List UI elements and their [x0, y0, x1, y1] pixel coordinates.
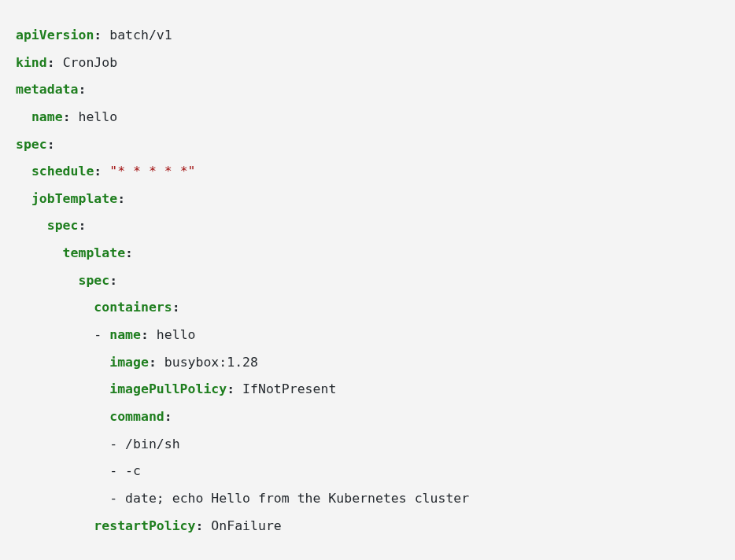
key-spec-inner: spec: [47, 218, 79, 233]
key-container-name: name: [109, 327, 141, 342]
key-restartPolicy: restartPolicy: [94, 518, 195, 533]
key-kind: kind: [16, 55, 47, 70]
value-name: hello: [79, 109, 118, 124]
value-restartPolicy: OnFailure: [211, 518, 281, 533]
key-name: name: [31, 109, 63, 124]
value-schedule: "* * * * *": [109, 164, 195, 179]
value-container-name: hello: [157, 327, 196, 342]
value-command-3: date; echo Hello from the Kubernetes clu…: [125, 491, 469, 506]
key-spec-template: spec: [78, 273, 109, 288]
value-command-1: /bin/sh: [125, 437, 180, 451]
key-containers: containers: [94, 300, 172, 315]
yaml-code-block: apiVersion: batch/v1 kind: CronJob metad…: [16, 22, 719, 540]
key-apiVersion: apiVersion: [16, 28, 94, 42]
value-imagePullPolicy: IfNotPresent: [242, 381, 336, 396]
key-imagePullPolicy: imagePullPolicy: [109, 381, 227, 396]
key-metadata: metadata: [16, 82, 78, 97]
key-template: template: [63, 245, 125, 260]
key-schedule: schedule: [31, 164, 94, 179]
value-kind: CronJob: [63, 55, 118, 70]
key-spec: spec: [16, 137, 47, 152]
value-image: busybox:1.28: [164, 355, 258, 370]
value-apiVersion: batch/v1: [109, 28, 172, 42]
key-image: image: [109, 355, 149, 370]
key-jobTemplate: jobTemplate: [31, 191, 117, 206]
value-command-2: -c: [125, 463, 141, 478]
key-command: command: [109, 409, 164, 424]
